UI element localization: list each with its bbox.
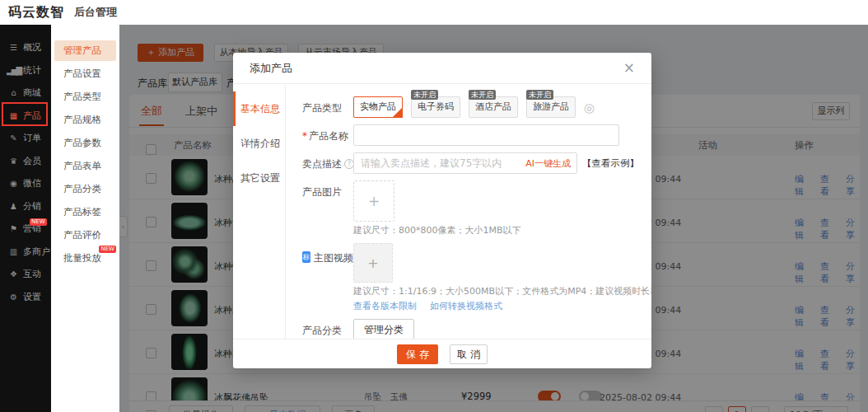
sidebar-item-settings[interactable]: ⚙设置 xyxy=(0,286,51,309)
submenu-item-manage-products[interactable]: 管理产品 xyxy=(54,40,116,61)
mall-icon: ⌂ xyxy=(7,88,19,97)
orders-icon: ✎ xyxy=(7,133,19,143)
submenu-item-batch-publish[interactable]: 批量投放NEW xyxy=(54,248,116,269)
plus-icon: + xyxy=(367,255,378,271)
version-badge-icon: 标 xyxy=(302,251,310,263)
submenu-item-product-categories[interactable]: 产品分类 xyxy=(54,179,116,199)
field-label: 标主图视频 xyxy=(302,243,353,312)
field-product-name: *产品名称 xyxy=(302,124,645,146)
app: 码云数智 后台管理 ☰概况 ▂▅▇统计 ⌂商城 ▦产品 ✎订单 ♛会员 ◉微信 … xyxy=(0,0,868,412)
sidebar-item-mall[interactable]: ⌂商城 xyxy=(0,82,51,105)
wechat-icon: ◉ xyxy=(7,179,19,188)
type-option-travel[interactable]: 未开启 旅游产品 xyxy=(526,96,576,118)
field-label: 卖点描述? xyxy=(302,152,353,174)
sidebar-item-distribution[interactable]: ♟分销 xyxy=(0,195,51,218)
statistics-icon: ▂▅▇ xyxy=(7,66,19,75)
product-icon: ▦ xyxy=(7,111,19,120)
field-main-video: 标主图视频 + 建议尺寸：1:1/16:9；大小500MB以下；文件格式为MP4… xyxy=(302,243,645,312)
disabled-badge: 未开启 xyxy=(526,90,553,100)
sidebar-item-wechat[interactable]: ◉微信 xyxy=(0,172,51,195)
preview-eye-icon[interactable]: ◎ xyxy=(584,101,595,115)
submenu-item-product-forms[interactable]: 产品表单 xyxy=(54,156,116,176)
field-label: *产品名称 xyxy=(302,124,353,146)
video-size-hint: 建议尺寸：1:1/16:9；大小500MB以下；文件格式为MP4；建议视频时长在… xyxy=(353,285,651,297)
field-selling-point: 卖点描述? AI一键生成 【查看示例】 xyxy=(302,152,645,174)
submenu-item-product-params[interactable]: 产品参数 xyxy=(54,133,116,153)
field-product-image: 产品图片 + 建议尺寸：800*800像素；大小1MB以下 xyxy=(302,180,645,236)
check-icon: ✓ xyxy=(396,99,402,119)
modal-form: 产品类型 实物产品 ✓ 未开启 电子券码 未开启 xyxy=(286,85,651,339)
sidebar-item-statistics[interactable]: ▂▅▇统计 xyxy=(0,59,51,82)
field-product-category: 产品分类 管理分类 xyxy=(302,319,645,339)
field-label: 产品图片 xyxy=(302,180,353,236)
modal-footer: 保 存 取 消 xyxy=(233,339,651,368)
submenu-item-product-settings[interactable]: 产品设置 xyxy=(54,63,116,84)
product-name-input[interactable] xyxy=(353,124,619,146)
manage-category-button[interactable]: 管理分类 xyxy=(353,319,414,339)
modal-tab-other-settings[interactable]: 其它设置 xyxy=(233,161,285,195)
app-logo: 码云数智 xyxy=(8,4,64,21)
ai-generate-button[interactable]: AI一键生成 xyxy=(525,157,571,170)
add-product-modal: 添加产品 × 基本信息 详情介绍 其它设置 产品类型 实物产品 ✓ xyxy=(233,53,651,368)
type-option-hotel[interactable]: 未开启 酒店产品 xyxy=(469,96,518,118)
main-sidebar: ☰概况 ▂▅▇统计 ⌂商城 ▦产品 ✎订单 ♛会员 ◉微信 ♟分销 ⚑营销NEW… xyxy=(0,25,51,412)
save-button[interactable]: 保 存 xyxy=(397,344,438,364)
top-bar: 码云数智 后台管理 xyxy=(0,0,868,25)
video-help-links: 查看各版本限制 如何转换视频格式 xyxy=(353,300,651,312)
disabled-badge: 未开启 xyxy=(469,90,496,100)
modal-header: 添加产品 × xyxy=(233,53,651,84)
sidebar-item-marketing[interactable]: ⚑营销NEW xyxy=(0,218,51,241)
sidebar-item-product[interactable]: ▦产品 xyxy=(0,105,51,128)
multi-merchant-icon: ▥ xyxy=(7,247,19,256)
image-upload-box[interactable]: + xyxy=(353,180,394,222)
sidebar-item-overview[interactable]: ☰概况 xyxy=(0,36,51,59)
field-product-type: 产品类型 实物产品 ✓ 未开启 电子券码 未开启 xyxy=(302,96,645,118)
convert-format-link[interactable]: 如何转换视频格式 xyxy=(430,300,502,312)
image-size-hint: 建议尺寸：800*800像素；大小1MB以下 xyxy=(353,224,521,236)
modal-title: 添加产品 xyxy=(250,61,292,76)
field-label: 产品类型 xyxy=(302,96,353,118)
submenu-item-product-tags[interactable]: 产品标签 xyxy=(54,202,116,222)
modal-body: 基本信息 详情介绍 其它设置 产品类型 实物产品 ✓ 未开启 xyxy=(233,85,651,339)
sidebar-item-orders[interactable]: ✎订单 xyxy=(0,127,51,150)
marketing-icon: ⚑ xyxy=(7,224,19,233)
modal-tab-list: 基本信息 详情介绍 其它设置 xyxy=(233,85,286,339)
overview-icon: ☰ xyxy=(7,43,19,52)
sidebar-item-interaction[interactable]: ❖互动 xyxy=(0,263,51,286)
sidebar-item-multi-merchant[interactable]: ▥多商户 xyxy=(0,241,51,264)
product-submenu: 管理产品 产品设置 产品类型 产品规格 产品参数 产品表单 产品分类 产品标签 … xyxy=(51,25,119,412)
new-badge: NEW xyxy=(30,218,47,226)
modal-tab-details[interactable]: 详情介绍 xyxy=(233,126,285,161)
members-icon: ♛ xyxy=(7,157,19,166)
required-mark: * xyxy=(302,130,307,142)
submenu-item-product-specs[interactable]: 产品规格 xyxy=(54,110,116,130)
submenu-item-product-types[interactable]: 产品类型 xyxy=(54,87,116,107)
close-icon[interactable]: × xyxy=(623,61,635,75)
settings-icon: ⚙ xyxy=(7,293,19,302)
distribution-icon: ♟ xyxy=(7,202,19,211)
disabled-badge: 未开启 xyxy=(411,90,438,100)
submenu-item-product-reviews[interactable]: 产品评价 xyxy=(54,225,116,246)
type-option-physical[interactable]: 实物产品 ✓ xyxy=(353,96,403,118)
view-example-link[interactable]: 【查看示例】 xyxy=(582,152,639,174)
plus-icon: + xyxy=(368,193,380,209)
page-title: 后台管理 xyxy=(74,5,117,20)
version-limits-link[interactable]: 查看各版本限制 xyxy=(353,300,417,312)
cancel-button[interactable]: 取 消 xyxy=(450,344,488,364)
interaction-icon: ❖ xyxy=(7,269,19,279)
type-option-evoucher[interactable]: 未开启 电子券码 xyxy=(411,96,460,118)
modal-tab-basic-info[interactable]: 基本信息 xyxy=(233,91,285,126)
new-badge: NEW xyxy=(99,246,116,253)
sidebar-item-members[interactable]: ♛会员 xyxy=(0,150,51,173)
field-label: 产品分类 xyxy=(302,319,353,339)
video-upload-box[interactable]: + xyxy=(353,243,393,283)
